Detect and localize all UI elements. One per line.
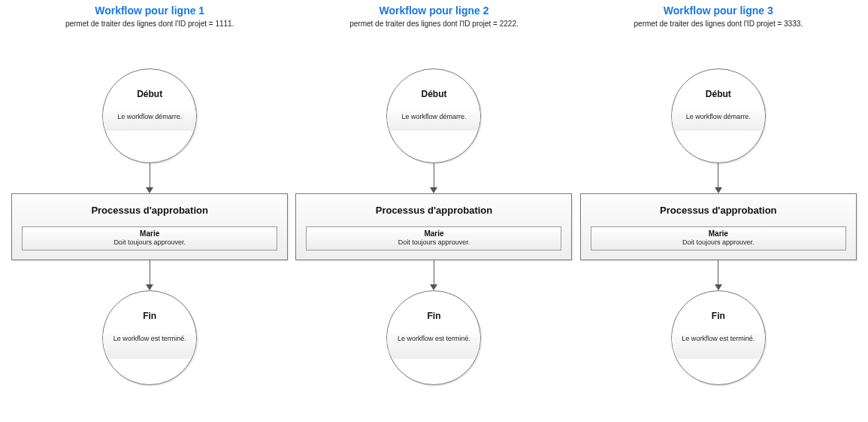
end-node-desc: Le workflow est terminé. [103, 333, 196, 359]
workflow-subtitle: permet de traiter des lignes dont l'ID p… [65, 20, 234, 28]
approver-desc: Doit toujours approuver. [591, 238, 845, 247]
workflow-column-3: Workflow pour ligne 3 permet de traiter … [576, 0, 860, 385]
end-node-title: Fin [427, 311, 440, 321]
process-title: Processus d'approbation [660, 205, 777, 216]
workflow-title: Workflow pour ligne 3 [664, 5, 773, 17]
approval-process-node: Processus d'approbation Marie Doit toujo… [580, 193, 857, 260]
end-node-title: Fin [143, 311, 156, 321]
approval-process-node: Processus d'approbation Marie Doit toujo… [11, 193, 288, 260]
start-node-desc: Le workflow démarre. [103, 111, 196, 131]
start-node-title: Début [137, 89, 162, 99]
end-node-desc: Le workflow est terminé. [387, 333, 480, 359]
start-node-desc: Le workflow démarre. [387, 111, 480, 131]
start-node-title: Début [706, 89, 731, 99]
approver-name: Marie [23, 229, 277, 238]
arrow-down-icon [426, 260, 441, 290]
workflow-columns: Workflow pour ligne 1 permet de traiter … [0, 0, 868, 385]
arrow-down-icon [142, 163, 157, 193]
workflow-subtitle: permet de traiter des lignes dont l'ID p… [634, 20, 803, 28]
end-node: Fin Le workflow est terminé. [671, 290, 766, 385]
workflow-column-1: Workflow pour ligne 1 permet de traiter … [8, 0, 292, 385]
arrow-down-icon [426, 163, 441, 193]
start-node-desc: Le workflow démarre. [672, 111, 765, 131]
end-node: Fin Le workflow est terminé. [386, 290, 481, 385]
process-title: Processus d'approbation [91, 205, 208, 216]
approver-box: Marie Doit toujours approuver. [591, 226, 846, 250]
approver-box: Marie Doit toujours approuver. [22, 226, 277, 250]
workflow-title: Workflow pour ligne 2 [380, 5, 489, 17]
approver-desc: Doit toujours approuver. [23, 238, 277, 247]
approver-desc: Doit toujours approuver. [307, 238, 561, 247]
end-node-title: Fin [712, 311, 725, 321]
approver-name: Marie [307, 229, 561, 238]
end-node-desc: Le workflow est terminé. [672, 333, 765, 359]
workflow-column-2: Workflow pour ligne 2 permet de traiter … [292, 0, 576, 385]
workflow-title: Workflow pour ligne 1 [95, 5, 204, 17]
start-node: Début Le workflow démarre. [102, 68, 197, 163]
start-node: Début Le workflow démarre. [671, 68, 766, 163]
arrow-down-icon [711, 260, 726, 290]
arrow-down-icon [711, 163, 726, 193]
approval-process-node: Processus d'approbation Marie Doit toujo… [295, 193, 572, 260]
approver-box: Marie Doit toujours approuver. [306, 226, 561, 250]
process-title: Processus d'approbation [376, 205, 493, 216]
start-node: Début Le workflow démarre. [386, 68, 481, 163]
workflow-subtitle: permet de traiter des lignes dont l'ID p… [349, 20, 519, 28]
arrow-down-icon [142, 260, 157, 290]
end-node: Fin Le workflow est terminé. [102, 290, 197, 385]
start-node-title: Début [421, 89, 446, 99]
approver-name: Marie [591, 229, 845, 238]
